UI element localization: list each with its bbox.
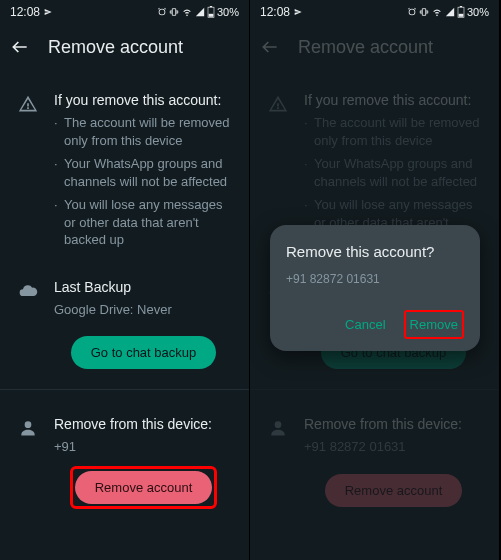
signal-icon xyxy=(445,7,455,17)
highlight-remove-button: Remove account xyxy=(70,466,218,509)
remove-phone: +91 82872 01631 xyxy=(304,438,483,456)
back-icon xyxy=(260,37,280,57)
wifi-icon xyxy=(431,7,443,17)
status-time: 12:08 xyxy=(260,5,290,19)
person-icon xyxy=(266,416,290,507)
svg-rect-6 xyxy=(459,14,464,17)
status-time: 12:08 xyxy=(10,5,40,19)
main-content: If you remove this account: The account … xyxy=(0,70,249,521)
battery-percent: 30% xyxy=(467,6,489,18)
backup-section: Last Backup Google Drive: Never Go to ch… xyxy=(16,267,233,382)
warning-bullet: The account will be removed only from th… xyxy=(54,114,233,149)
page-title: Remove account xyxy=(48,37,183,58)
warning-list: The account will be removed only from th… xyxy=(54,114,233,249)
warning-title: If you remove this account: xyxy=(54,92,233,108)
status-bar: 12:08 30% xyxy=(250,0,499,24)
warning-icon xyxy=(16,92,40,255)
alarm-icon xyxy=(157,7,167,17)
confirm-dialog: Remove this account? +91 82872 01631 Can… xyxy=(270,225,480,351)
battery-icon xyxy=(207,6,215,18)
svg-rect-5 xyxy=(460,6,462,7)
dialog-phone: +91 82872 01631 xyxy=(286,272,464,286)
highlight-confirm-button: Remove xyxy=(404,310,464,339)
cancel-button[interactable]: Cancel xyxy=(343,313,387,336)
remove-section: Remove from this device: +91 Remove acco… xyxy=(16,398,233,521)
warning-title: If you remove this account: xyxy=(304,92,483,108)
go-to-backup-button[interactable]: Go to chat backup xyxy=(71,336,217,369)
wifi-icon xyxy=(181,7,193,17)
divider xyxy=(250,389,499,390)
signal-icon xyxy=(195,7,205,17)
alarm-icon xyxy=(407,7,417,17)
backup-title: Last Backup xyxy=(54,279,233,295)
battery-icon xyxy=(457,6,465,18)
remove-section: Remove from this device: +91 82872 01631… xyxy=(266,398,483,519)
remove-account-button[interactable]: Remove account xyxy=(75,471,213,504)
divider xyxy=(0,389,249,390)
app-bar: Remove account xyxy=(250,24,499,70)
page-title: Remove account xyxy=(298,37,433,58)
svg-point-7 xyxy=(275,422,282,429)
send-icon xyxy=(294,8,302,16)
screen-left: 12:08 30% Rem xyxy=(0,0,250,560)
send-icon xyxy=(44,8,52,16)
confirm-remove-button[interactable]: Remove xyxy=(408,313,460,336)
remove-phone: +91 xyxy=(54,438,233,456)
status-bar: 12:08 30% xyxy=(0,0,249,24)
svg-rect-2 xyxy=(209,14,214,17)
battery-percent: 30% xyxy=(217,6,239,18)
vibrate-icon xyxy=(419,7,429,17)
back-icon[interactable] xyxy=(10,37,30,57)
svg-point-3 xyxy=(25,422,32,429)
remove-title: Remove from this device: xyxy=(54,416,233,432)
app-bar: Remove account xyxy=(0,24,249,70)
cloud-icon xyxy=(16,279,40,370)
vibrate-icon xyxy=(169,7,179,17)
warning-bullet: Your WhatsApp groups and channels will n… xyxy=(304,155,483,190)
person-icon xyxy=(16,416,40,509)
warning-bullet: Your WhatsApp groups and channels will n… xyxy=(54,155,233,190)
screen-right: 12:08 30% xyxy=(250,0,500,560)
dialog-title: Remove this account? xyxy=(286,243,464,260)
svg-rect-1 xyxy=(210,6,212,7)
warning-section: If you remove this account: The account … xyxy=(16,80,233,267)
remove-title: Remove from this device: xyxy=(304,416,483,432)
warning-bullet: You will lose any messages or other data… xyxy=(54,196,233,249)
warning-bullet: The account will be removed only from th… xyxy=(304,114,483,149)
backup-subtitle: Google Drive: Never xyxy=(54,301,233,319)
remove-account-button: Remove account xyxy=(325,474,463,507)
